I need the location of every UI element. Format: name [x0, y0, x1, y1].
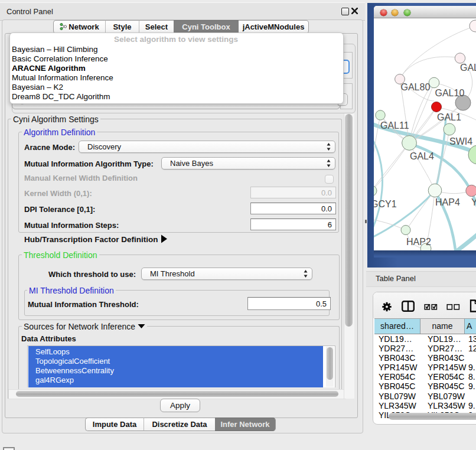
svg-text:HAP4: HAP4 — [435, 197, 460, 207]
svg-text:GAL80: GAL80 — [401, 82, 431, 92]
svg-text:HAP2: HAP2 — [406, 237, 431, 247]
svg-text:GAL: GAL — [460, 63, 476, 73]
svg-text:GAL10: GAL10 — [435, 88, 465, 98]
svg-text:GCY1: GCY1 — [374, 199, 397, 209]
svg-text:GAL11: GAL11 — [380, 120, 409, 131]
svg-text:SWI4: SWI4 — [449, 136, 472, 146]
svg-text:GAL4: GAL4 — [410, 151, 434, 161]
svg-text:Y: Y — [471, 197, 476, 207]
svg-text:GAL1: GAL1 — [437, 112, 461, 122]
